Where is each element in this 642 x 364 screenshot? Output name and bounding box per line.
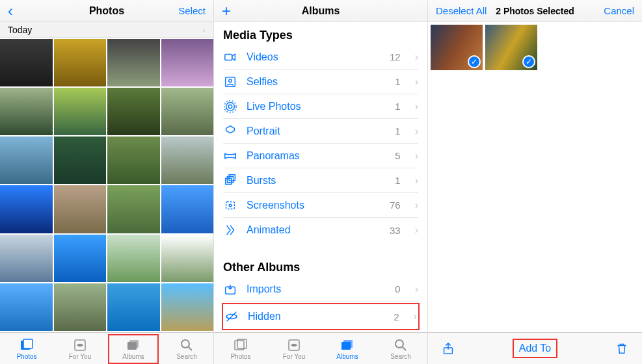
albums-icon — [340, 337, 355, 352]
chevron-right-icon: › — [415, 101, 418, 112]
svg-rect-15 — [229, 174, 235, 180]
photo-thumb[interactable] — [0, 185, 53, 233]
photo-thumb[interactable] — [54, 39, 107, 86]
photo-thumb[interactable] — [107, 235, 160, 282]
albums-item-animated[interactable]: Animated33› — [223, 218, 418, 242]
other-albums-heading: Other Albums — [214, 254, 427, 277]
albums-item-hidden[interactable]: Hidden2› — [224, 304, 417, 329]
foryou-icon — [286, 337, 302, 352]
photo-thumb[interactable] — [161, 39, 214, 86]
svg-rect-13 — [226, 178, 232, 184]
albums-item-selfies[interactable]: Selfies1› — [223, 70, 418, 94]
today-header[interactable]: Today › — [0, 22, 213, 38]
albums-item-imports[interactable]: Imports0› — [223, 277, 418, 302]
photo-thumb[interactable] — [161, 235, 214, 282]
chevron-right-icon: › — [415, 125, 418, 137]
bursts-icon — [223, 174, 237, 188]
panoramas-icon — [223, 149, 237, 163]
checkmark-icon: ✓ — [522, 55, 535, 68]
tab-photos[interactable]: Photos — [214, 333, 267, 364]
search-icon — [179, 337, 194, 352]
chevron-right-icon: › — [202, 25, 206, 35]
photo-thumb[interactable] — [0, 283, 53, 331]
tab-search[interactable]: Search — [374, 333, 427, 364]
hidden-icon — [224, 309, 239, 324]
deselect-all-button[interactable]: Deselect All — [436, 5, 487, 16]
photo-thumb[interactable] — [107, 185, 160, 233]
trash-icon[interactable] — [615, 341, 629, 356]
screenshots-icon — [223, 198, 237, 213]
photos-navbar: ‹ Photos Select — [0, 0, 213, 22]
tab-photos[interactable]: Photos — [0, 333, 53, 364]
chevron-right-icon: › — [415, 283, 418, 295]
today-label: Today — [8, 25, 32, 35]
photo-thumb[interactable] — [54, 235, 107, 282]
photos-icon — [233, 337, 248, 352]
svg-point-11 — [226, 102, 235, 110]
albums-item-panoramas[interactable]: Panoramas5› — [223, 144, 418, 168]
albums-item-videos[interactable]: Videos12› — [223, 45, 418, 70]
media-types-heading: Media Types — [214, 22, 427, 45]
tabbar: Photos For You Albums Search — [0, 332, 213, 364]
photo-thumb[interactable] — [107, 39, 160, 86]
photo-thumb[interactable] — [0, 88, 53, 135]
chevron-right-icon: › — [415, 51, 418, 63]
share-icon[interactable] — [441, 341, 455, 356]
cancel-button[interactable]: Cancel — [604, 5, 634, 16]
chevron-right-icon: › — [415, 224, 418, 236]
selection-pane: Deselect All 2 Photos Selected Cancel ✓ … — [428, 0, 642, 364]
livephotos-icon — [223, 99, 237, 114]
photo-thumb[interactable] — [161, 283, 214, 331]
albums-navbar: + Albums — [214, 0, 427, 22]
svg-point-9 — [229, 79, 232, 82]
photo-thumb[interactable] — [107, 136, 160, 184]
select-button[interactable]: Select — [178, 5, 206, 16]
photo-thumb[interactable] — [107, 88, 160, 135]
video-icon — [223, 50, 237, 64]
imports-icon — [223, 282, 237, 296]
tab-foryou[interactable]: For You — [267, 333, 321, 364]
photo-thumb[interactable] — [54, 185, 107, 233]
albums-item-bursts[interactable]: Bursts1› — [223, 168, 418, 193]
svg-line-19 — [227, 312, 237, 322]
tab-albums[interactable]: Albums — [321, 333, 374, 364]
svg-point-25 — [395, 340, 403, 348]
chevron-right-icon: › — [414, 311, 417, 322]
photos-pane: ‹ Photos Select Today › Photos For You A… — [0, 0, 214, 364]
checkmark-icon: ✓ — [468, 55, 481, 68]
albums-item-livephotos[interactable]: Live Photos1› — [223, 94, 418, 119]
highlight-box: Hidden2› — [222, 303, 420, 330]
selfies-icon — [223, 75, 237, 89]
tab-search[interactable]: Search — [160, 333, 213, 364]
photo-thumb[interactable] — [0, 136, 53, 184]
tabbar: Photos For You Albums Search — [214, 332, 427, 364]
albums-item-portrait[interactable]: Portrait1› — [223, 119, 418, 144]
svg-rect-24 — [343, 340, 353, 348]
svg-rect-1 — [23, 339, 33, 348]
action-bar: Add To — [428, 332, 642, 364]
add-to-button[interactable]: Add To — [513, 339, 558, 358]
photo-thumb[interactable] — [0, 39, 53, 86]
selection-navbar: Deselect All 2 Photos Selected Cancel — [428, 0, 642, 22]
photo-thumb[interactable] — [0, 235, 53, 282]
tab-foryou[interactable]: For You — [53, 333, 107, 364]
foryou-icon — [72, 337, 88, 352]
selected-photos-grid: ✓ ✓ — [428, 22, 642, 73]
albums-item-screenshots[interactable]: Screenshots76› — [223, 193, 418, 218]
back-icon[interactable]: ‹ — [8, 3, 13, 19]
photo-thumb[interactable] — [54, 88, 107, 135]
chevron-right-icon: › — [415, 76, 418, 88]
svg-rect-14 — [227, 176, 233, 182]
svg-rect-7 — [225, 54, 232, 60]
photos-icon — [19, 337, 34, 352]
photo-thumb[interactable] — [54, 283, 107, 331]
photo-thumb[interactable] — [54, 136, 107, 184]
selected-photo-thumb[interactable]: ✓ — [431, 25, 483, 70]
tab-albums[interactable]: Albums — [107, 333, 160, 364]
add-icon[interactable]: + — [222, 3, 231, 19]
photo-thumb[interactable] — [107, 283, 160, 331]
selected-photo-thumb[interactable]: ✓ — [485, 25, 537, 70]
photo-thumb[interactable] — [161, 185, 214, 233]
photo-thumb[interactable] — [161, 136, 214, 184]
photo-thumb[interactable] — [161, 88, 214, 135]
